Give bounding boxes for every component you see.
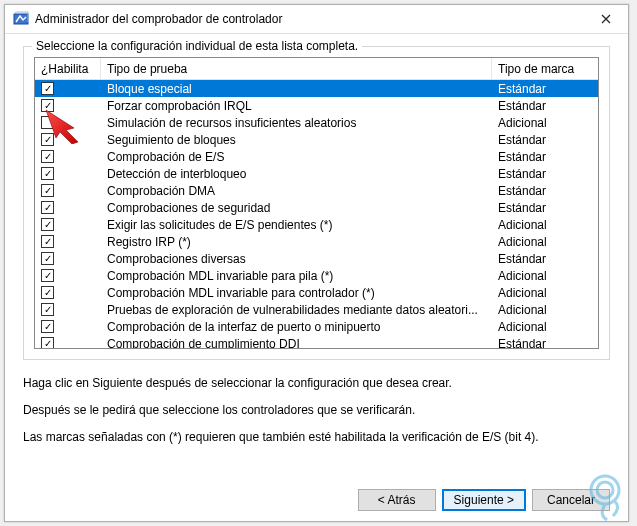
row-test-name: Comprobación de la interfaz de puerto o … — [101, 320, 492, 334]
row-test-name: Exigir las solicitudes de E/S pendientes… — [101, 218, 492, 232]
table-row[interactable]: ✓Comprobación de E/SEstándar — [35, 148, 598, 165]
row-checkbox-cell: ✓ — [35, 303, 101, 316]
row-mark-type: Adicional — [492, 303, 598, 317]
group-caption: Seleccione la configuración individual d… — [32, 39, 362, 53]
instruction-line: Haga clic en Siguiente después de selecc… — [23, 372, 610, 395]
listview-header: ¿Habilita Tipo de prueba Tipo de marca — [35, 58, 598, 80]
row-test-name: Detección de interbloqueo — [101, 167, 492, 181]
settings-listview[interactable]: ¿Habilita Tipo de prueba Tipo de marca ✓… — [34, 57, 599, 349]
table-row[interactable]: ✓Exigir las solicitudes de E/S pendiente… — [35, 216, 598, 233]
checkbox[interactable]: ✓ — [41, 150, 54, 163]
row-mark-type: Estándar — [492, 99, 598, 113]
row-test-name: Comprobación de cumplimiento DDI — [101, 337, 492, 350]
table-row[interactable]: ✓Comprobación MDL invariable para pila (… — [35, 267, 598, 284]
row-checkbox-cell: ✓ — [35, 235, 101, 248]
instructions: Haga clic en Siguiente después de selecc… — [23, 372, 610, 452]
content-area: Seleccione la configuración individual d… — [5, 34, 628, 521]
row-checkbox-cell: ✓ — [35, 286, 101, 299]
row-test-name: Seguimiento de bloques — [101, 133, 492, 147]
checkbox[interactable]: ✓ — [41, 286, 54, 299]
row-test-name: Comprobación de E/S — [101, 150, 492, 164]
row-mark-type: Estándar — [492, 201, 598, 215]
row-mark-type: Estándar — [492, 82, 598, 96]
table-row[interactable]: ✓Comprobación DMAEstándar — [35, 182, 598, 199]
row-test-name: Pruebas de exploración de vulnerabilidad… — [101, 303, 492, 317]
checkbox[interactable]: ✓ — [41, 337, 54, 349]
table-row[interactable]: ✓Comprobaciones diversasEstándar — [35, 250, 598, 267]
row-test-name: Registro IRP (*) — [101, 235, 492, 249]
row-checkbox-cell: ✓ — [35, 150, 101, 163]
table-row[interactable]: ✓Comprobación de cumplimiento DDIEstánda… — [35, 335, 598, 349]
row-mark-type: Adicional — [492, 320, 598, 334]
checkbox[interactable]: ✓ — [41, 252, 54, 265]
row-test-name: Forzar comprobación IRQL — [101, 99, 492, 113]
row-checkbox-cell: ✓ — [35, 252, 101, 265]
cancel-button[interactable]: Cancelar — [532, 489, 610, 511]
checkbox[interactable]: ✓ — [41, 303, 54, 316]
svg-rect-0 — [14, 14, 28, 24]
checkbox[interactable]: ✓ — [41, 320, 54, 333]
table-row[interactable]: ✓Bloque especialEstándar — [35, 80, 598, 97]
row-checkbox-cell — [35, 116, 101, 129]
row-mark-type: Estándar — [492, 337, 598, 350]
table-row[interactable]: ✓Pruebas de exploración de vulnerabilida… — [35, 301, 598, 318]
next-button[interactable]: Siguiente > — [442, 489, 526, 511]
checkbox[interactable]: ✓ — [41, 99, 54, 112]
instruction-line: Después se le pedirá que seleccione los … — [23, 399, 610, 422]
row-mark-type: Adicional — [492, 235, 598, 249]
column-mark-type[interactable]: Tipo de marca — [492, 58, 598, 79]
column-test-type[interactable]: Tipo de prueba — [101, 58, 492, 79]
table-row[interactable]: ✓Comprobaciones de seguridadEstándar — [35, 199, 598, 216]
back-button[interactable]: < Atrás — [358, 489, 436, 511]
dialog-window: Administrador del comprobador de control… — [4, 4, 629, 522]
checkbox[interactable]: ✓ — [41, 201, 54, 214]
instruction-line: Las marcas señaladas con (*) requieren q… — [23, 426, 610, 449]
row-checkbox-cell: ✓ — [35, 133, 101, 146]
row-test-name: Comprobación DMA — [101, 184, 492, 198]
row-test-name: Comprobación MDL invariable para pila (*… — [101, 269, 492, 283]
checkbox[interactable]: ✓ — [41, 269, 54, 282]
row-checkbox-cell: ✓ — [35, 269, 101, 282]
row-mark-type: Adicional — [492, 269, 598, 283]
row-mark-type: Adicional — [492, 116, 598, 130]
row-checkbox-cell: ✓ — [35, 337, 101, 349]
row-mark-type: Estándar — [492, 184, 598, 198]
table-row[interactable]: ✓Seguimiento de bloquesEstándar — [35, 131, 598, 148]
window-title: Administrador del comprobador de control… — [35, 12, 584, 26]
row-test-name: Comprobaciones de seguridad — [101, 201, 492, 215]
row-test-name: Simulación de recursos insuficientes ale… — [101, 116, 492, 130]
checkbox[interactable]: ✓ — [41, 167, 54, 180]
checkbox[interactable]: ✓ — [41, 184, 54, 197]
settings-group: Seleccione la configuración individual d… — [23, 46, 610, 360]
table-row[interactable]: ✓Registro IRP (*)Adicional — [35, 233, 598, 250]
table-row[interactable]: ✓Comprobación de la interfaz de puerto o… — [35, 318, 598, 335]
checkbox[interactable] — [41, 116, 54, 129]
table-row[interactable]: ✓Forzar comprobación IRQLEstándar — [35, 97, 598, 114]
row-checkbox-cell: ✓ — [35, 201, 101, 214]
row-mark-type: Estándar — [492, 150, 598, 164]
row-mark-type: Adicional — [492, 286, 598, 300]
row-test-name: Comprobaciones diversas — [101, 252, 492, 266]
button-row: < Atrás Siguiente > Cancelar — [23, 481, 610, 511]
app-icon — [13, 11, 29, 27]
column-enable[interactable]: ¿Habilita — [35, 58, 101, 79]
row-test-name: Comprobación MDL invariable para control… — [101, 286, 492, 300]
table-row[interactable]: ✓Comprobación MDL invariable para contro… — [35, 284, 598, 301]
listview-body: ✓Bloque especialEstándar✓Forzar comproba… — [35, 80, 598, 349]
table-row[interactable]: Simulación de recursos insuficientes ale… — [35, 114, 598, 131]
table-row[interactable]: ✓Detección de interbloqueoEstándar — [35, 165, 598, 182]
row-checkbox-cell: ✓ — [35, 82, 101, 95]
close-button[interactable] — [584, 5, 628, 34]
titlebar: Administrador del comprobador de control… — [5, 5, 628, 34]
row-mark-type: Estándar — [492, 133, 598, 147]
row-checkbox-cell: ✓ — [35, 218, 101, 231]
row-mark-type: Adicional — [492, 218, 598, 232]
row-mark-type: Estándar — [492, 252, 598, 266]
row-checkbox-cell: ✓ — [35, 99, 101, 112]
checkbox[interactable]: ✓ — [41, 82, 54, 95]
row-mark-type: Estándar — [492, 167, 598, 181]
checkbox[interactable]: ✓ — [41, 235, 54, 248]
checkbox[interactable]: ✓ — [41, 218, 54, 231]
row-test-name: Bloque especial — [101, 82, 492, 96]
checkbox[interactable]: ✓ — [41, 133, 54, 146]
